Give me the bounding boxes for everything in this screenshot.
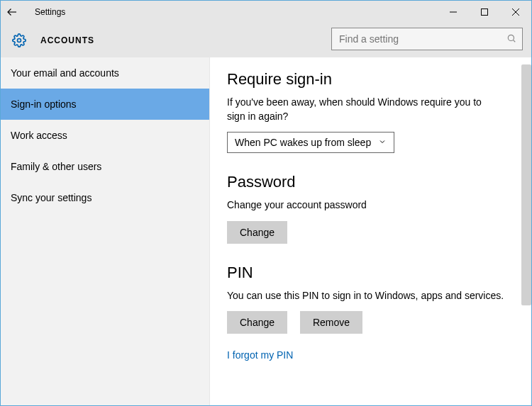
window-title: Settings	[35, 7, 65, 17]
maximize-icon	[481, 9, 488, 16]
sidebar-item-work-access[interactable]: Work access	[1, 120, 209, 151]
scrollbar[interactable]	[521, 64, 531, 305]
sidebar-item-sync-settings[interactable]: Sync your settings	[1, 182, 209, 213]
sidebar-item-email-accounts[interactable]: Your email and accounts	[1, 57, 209, 89]
password-desc: Change your account password	[227, 198, 497, 213]
gear-icon	[12, 33, 26, 47]
require-signin-dropdown[interactable]: When PC wakes up from sleep	[227, 132, 394, 153]
chevron-down-icon	[378, 137, 387, 148]
titlebar: Settings	[1, 1, 531, 23]
svg-point-6	[508, 35, 514, 40]
pin-section: PIN You can use this PIN to sign in to W…	[227, 264, 514, 361]
back-arrow-icon	[6, 6, 18, 18]
search-icon	[506, 33, 516, 45]
sidebar-item-label: Sign-in options	[11, 98, 77, 110]
pin-remove-button[interactable]: Remove	[300, 311, 362, 334]
pin-desc: You can use this PIN to sign in to Windo…	[227, 289, 514, 303]
password-title: Password	[227, 173, 514, 191]
header: ACCOUNTS	[1, 23, 531, 57]
section-title: ACCOUNTS	[40, 35, 94, 45]
forgot-pin-link[interactable]: I forgot my PIN	[227, 349, 293, 361]
sidebar-item-family-other-users[interactable]: Family & other users	[1, 151, 209, 182]
password-change-button[interactable]: Change	[227, 221, 287, 244]
search-box[interactable]	[331, 28, 523, 50]
dropdown-value: When PC wakes up from sleep	[235, 137, 371, 148]
pin-change-button[interactable]: Change	[227, 311, 287, 334]
svg-line-7	[513, 40, 515, 42]
close-icon	[512, 9, 519, 16]
svg-point-5	[18, 39, 21, 43]
body: Your email and accounts Sign-in options …	[1, 57, 531, 405]
search-input[interactable]	[338, 33, 506, 45]
require-signin-section: Require sign-in If you've been away, whe…	[227, 70, 514, 153]
settings-window: Settings ACCOUNTS Your email and ac	[0, 0, 532, 406]
svg-rect-2	[482, 9, 488, 16]
sidebar: Your email and accounts Sign-in options …	[1, 57, 210, 405]
sidebar-item-label: Sync your settings	[11, 192, 92, 203]
maximize-button[interactable]	[469, 1, 500, 23]
minimize-button[interactable]	[438, 1, 469, 23]
sidebar-item-signin-options[interactable]: Sign-in options	[1, 89, 209, 120]
require-signin-title: Require sign-in	[227, 70, 514, 89]
sidebar-item-label: Your email and accounts	[11, 67, 119, 79]
close-button[interactable]	[500, 1, 531, 23]
back-button[interactable]	[1, 1, 23, 23]
password-section: Password Change your account password Ch…	[227, 173, 514, 244]
sidebar-item-label: Work access	[11, 130, 67, 141]
content-pane: Require sign-in If you've been away, whe…	[210, 57, 531, 405]
pin-title: PIN	[227, 264, 514, 282]
require-signin-desc: If you've been away, when should Windows…	[227, 96, 497, 123]
sidebar-item-label: Family & other users	[11, 161, 101, 172]
minimize-icon	[450, 9, 457, 16]
